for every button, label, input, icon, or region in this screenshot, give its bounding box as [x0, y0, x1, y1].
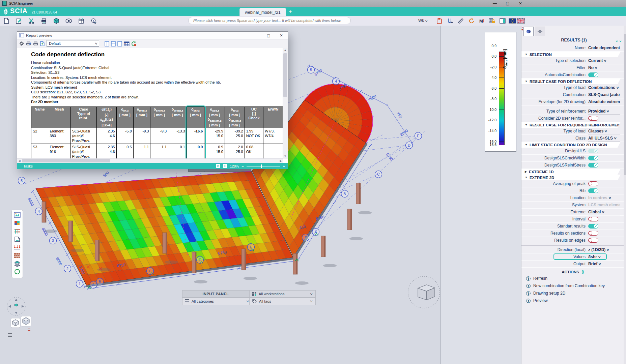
action-item[interactable]: ❯Drawing setup 2D	[521, 290, 624, 297]
fit-page-icon[interactable]	[216, 164, 220, 168]
table-composer-icon[interactable]	[124, 41, 130, 47]
tags-dropdown[interactable]: All tags∨	[249, 298, 316, 305]
report-book-icon[interactable]	[77, 17, 86, 25]
toggle-off[interactable]	[588, 231, 598, 236]
export-report-icon[interactable]	[40, 41, 45, 46]
measure-icon[interactable]	[456, 17, 465, 25]
command-input[interactable]	[188, 17, 351, 24]
hscroll-thumb[interactable]	[22, 159, 110, 162]
vscroll-thumb[interactable]	[283, 53, 287, 97]
new-tab-button[interactable]: +	[287, 8, 293, 14]
chevron-down-icon[interactable]: ∨	[604, 59, 607, 62]
zoom-slider-thumb[interactable]	[261, 164, 262, 168]
grid-lock-icon[interactable]	[487, 17, 496, 25]
clipboard-icon[interactable]	[434, 17, 444, 25]
zoom-in-button[interactable]: +	[283, 164, 285, 168]
new-project-icon[interactable]	[2, 17, 11, 25]
report-close-button[interactable]: ✕	[275, 33, 288, 38]
section-header[interactable]: ▼SELECTION	[521, 52, 624, 57]
section-header[interactable]: ▶EXTREME 1D	[521, 169, 624, 175]
chevron-down-icon[interactable]: ∨	[608, 196, 611, 200]
toggle-on[interactable]	[588, 149, 598, 153]
toggle-off[interactable]	[588, 217, 598, 221]
workspace-dropdown[interactable]: Wk∨	[418, 18, 428, 23]
chevron-down-icon[interactable]: ∨	[604, 129, 608, 133]
refresh-icon[interactable]	[467, 17, 476, 25]
minimize-button[interactable]: —	[488, 0, 501, 7]
section-icon[interactable]	[13, 235, 21, 243]
report-vertical-scrollbar[interactable]: ▲▼	[283, 48, 288, 159]
tab-layers[interactable]	[535, 27, 545, 36]
masonry-icon[interactable]	[13, 251, 21, 259]
input-panel-bar[interactable]: INPUT PANEL	[182, 290, 249, 298]
page-portrait-icon[interactable]	[111, 41, 116, 47]
property-value-cell[interactable]: Brief∨	[588, 261, 620, 267]
actions-expand-icon[interactable]: ⟫	[582, 270, 584, 274]
toggle-on[interactable]	[588, 188, 598, 193]
toggle-on[interactable]	[588, 224, 598, 229]
page-blank-icon[interactable]	[117, 41, 122, 47]
view-axis-widget[interactable]	[3, 293, 40, 340]
property-value-cell[interactable]: SLS-Quasi (auto)∨	[588, 92, 620, 98]
edit-project-icon[interactable]	[14, 17, 24, 25]
chevron-down-icon[interactable]: ∨	[598, 262, 602, 266]
help-search-icon[interactable]: i?	[89, 17, 98, 25]
layers-icon[interactable]	[13, 219, 21, 227]
uk-flag-icon[interactable]	[517, 18, 525, 24]
property-value-cell[interactable]: z (1D/2D)∨	[588, 247, 620, 253]
maximize-button[interactable]: ▢	[501, 0, 514, 7]
section-header[interactable]: ▼LIMIT STATE CONDITION FOR 2D DESIGN	[521, 142, 624, 148]
model-cube-icon[interactable]	[52, 17, 61, 25]
print-icon[interactable]	[39, 17, 49, 25]
report-minimize-button[interactable]: —	[249, 33, 262, 38]
chevron-down-icon[interactable]: ∨	[616, 86, 619, 89]
regenerate-icon[interactable]	[131, 41, 137, 47]
toggle-off[interactable]	[588, 181, 598, 186]
tasks-bar[interactable]: Tasks 128% – +	[17, 163, 288, 169]
storey-icon[interactable]	[13, 260, 21, 267]
categories-dropdown[interactable]: All categories∨	[182, 298, 252, 305]
chevron-down-icon[interactable]: ∨	[602, 210, 605, 214]
report-horizontal-scrollbar[interactable]: ◀▶	[17, 158, 283, 163]
tab-properties[interactable]	[523, 27, 534, 36]
ucs-icon[interactable]	[445, 17, 455, 25]
settings-gear-icon[interactable]	[19, 41, 24, 46]
property-value-cell[interactable]: In centres∨	[588, 195, 620, 201]
property-value-cell[interactable]: Provided∨	[588, 108, 620, 115]
report-window-titlebar[interactable]: Report preview — ▢ ✕	[17, 32, 288, 39]
activity-icon[interactable]	[13, 268, 21, 275]
property-value-cell[interactable]: All ULS+SLS∨	[588, 135, 620, 142]
zoom-slider[interactable]	[247, 166, 280, 166]
property-value-cell[interactable]: Classes∨	[588, 128, 620, 134]
workstations-dropdown[interactable]: All workstations∨	[249, 290, 316, 298]
navigation-cube[interactable]	[403, 271, 445, 313]
screenshot-icon[interactable]	[13, 211, 21, 219]
report-maximize-button[interactable]: ▢	[262, 33, 275, 38]
eu-flag-icon[interactable]	[509, 18, 516, 24]
cut-icon[interactable]	[27, 17, 36, 25]
zoom-out-button[interactable]: –	[241, 164, 244, 168]
toggle-on[interactable]	[588, 156, 598, 160]
toggle-on[interactable]	[588, 163, 598, 168]
section-header[interactable]: ▼RESULT CASE FOR DEFLECTION	[521, 79, 624, 84]
chevron-down-icon[interactable]: ∨	[614, 136, 617, 140]
property-value-cell[interactable]: Current∨	[588, 58, 620, 64]
panel-scroll-thumb[interactable]	[624, 34, 626, 175]
property-value-cell[interactable]: Global∨	[588, 209, 620, 215]
chevron-down-icon[interactable]: ∨	[606, 248, 610, 251]
reinforcement-icon[interactable]	[13, 227, 21, 235]
mesh-node-icon[interactable]: M	[477, 17, 486, 25]
dock-panel-icon[interactable]	[498, 17, 507, 25]
toggle-off[interactable]	[588, 116, 598, 121]
section-header[interactable]: ▼RESULT CASE FOR REQUIRED REINFORCEMENT	[521, 122, 624, 128]
action-item[interactable]: ❯Preview	[521, 297, 624, 304]
template-dropdown[interactable]: Default∨	[47, 40, 99, 47]
toggle-off[interactable]	[588, 238, 598, 243]
property-value-cell[interactable]: Absolute extreme∨	[588, 99, 620, 105]
page-layout-icon[interactable]	[105, 41, 109, 47]
toggle-on[interactable]	[588, 72, 598, 77]
document-tab[interactable]: webinar_model_r21	[239, 8, 286, 17]
section-header[interactable]: ▼EXTREME 2D	[521, 175, 624, 180]
panel-collapse-icon[interactable]: ⌄⌄	[615, 38, 622, 43]
print-settings-icon[interactable]	[26, 41, 31, 46]
